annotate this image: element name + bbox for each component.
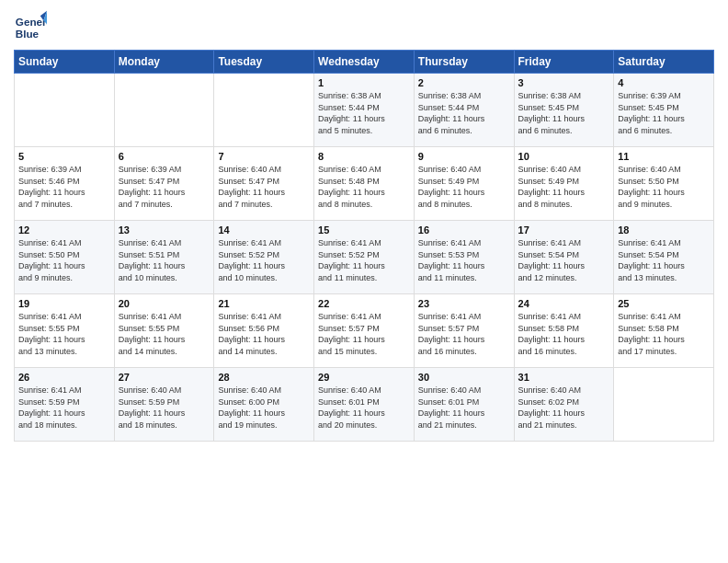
calendar-table: SundayMondayTuesdayWednesdayThursdayFrid…: [14, 50, 714, 442]
logo: General Blue: [14, 9, 47, 42]
day-number: 12: [18, 224, 110, 236]
calendar-cell: 20Sunrise: 6:41 AM Sunset: 5:55 PM Dayli…: [114, 294, 214, 368]
weekday-header-saturday: Saturday: [614, 51, 714, 74]
day-number: 6: [119, 151, 210, 162]
day-number: 8: [318, 151, 410, 162]
calendar-cell: [15, 74, 115, 147]
calendar-cell: 15Sunrise: 6:41 AM Sunset: 5:52 PM Dayli…: [314, 221, 415, 294]
day-number: 19: [18, 298, 110, 309]
weekday-header-row: SundayMondayTuesdayWednesdayThursdayFrid…: [15, 51, 714, 74]
day-info: Sunrise: 6:39 AM Sunset: 5:46 PM Dayligh…: [18, 164, 110, 210]
day-number: 13: [119, 224, 210, 236]
day-number: 17: [518, 224, 610, 236]
calendar-cell: 7Sunrise: 6:40 AM Sunset: 5:47 PM Daylig…: [214, 147, 314, 221]
calendar-cell: 23Sunrise: 6:41 AM Sunset: 5:57 PM Dayli…: [414, 294, 514, 368]
day-info: Sunrise: 6:41 AM Sunset: 5:57 PM Dayligh…: [318, 311, 410, 357]
day-info: Sunrise: 6:40 AM Sunset: 6:02 PM Dayligh…: [518, 385, 610, 431]
day-number: 7: [218, 151, 310, 162]
day-number: 23: [418, 298, 510, 309]
day-info: Sunrise: 6:39 AM Sunset: 5:47 PM Dayligh…: [119, 164, 210, 210]
calendar-cell: 11Sunrise: 6:40 AM Sunset: 5:50 PM Dayli…: [614, 147, 714, 221]
calendar-cell: 22Sunrise: 6:41 AM Sunset: 5:57 PM Dayli…: [314, 294, 415, 368]
day-info: Sunrise: 6:38 AM Sunset: 5:45 PM Dayligh…: [518, 90, 610, 136]
day-info: Sunrise: 6:38 AM Sunset: 5:44 PM Dayligh…: [318, 90, 410, 136]
day-info: Sunrise: 6:41 AM Sunset: 5:50 PM Dayligh…: [18, 237, 110, 283]
day-info: Sunrise: 6:41 AM Sunset: 5:56 PM Dayligh…: [218, 311, 310, 357]
day-info: Sunrise: 6:41 AM Sunset: 5:54 PM Dayligh…: [518, 237, 610, 283]
calendar-cell: 9Sunrise: 6:40 AM Sunset: 5:49 PM Daylig…: [414, 147, 514, 221]
day-info: Sunrise: 6:41 AM Sunset: 5:52 PM Dayligh…: [318, 237, 410, 283]
calendar-cell: 25Sunrise: 6:41 AM Sunset: 5:58 PM Dayli…: [614, 294, 714, 368]
day-info: Sunrise: 6:40 AM Sunset: 6:00 PM Dayligh…: [218, 385, 310, 431]
calendar-cell: [614, 368, 714, 442]
calendar-cell: 13Sunrise: 6:41 AM Sunset: 5:51 PM Dayli…: [114, 221, 214, 294]
day-info: Sunrise: 6:41 AM Sunset: 5:54 PM Dayligh…: [618, 237, 710, 283]
weekday-header-friday: Friday: [514, 51, 614, 74]
day-number: 20: [119, 298, 210, 309]
calendar-cell: 12Sunrise: 6:41 AM Sunset: 5:50 PM Dayli…: [15, 221, 115, 294]
day-info: Sunrise: 6:40 AM Sunset: 5:49 PM Dayligh…: [518, 164, 610, 210]
day-info: Sunrise: 6:40 AM Sunset: 5:47 PM Dayligh…: [218, 164, 310, 210]
week-row-1: 1Sunrise: 6:38 AM Sunset: 5:44 PM Daylig…: [15, 74, 714, 147]
day-number: 16: [418, 224, 510, 236]
day-number: 26: [18, 372, 110, 383]
day-info: Sunrise: 6:41 AM Sunset: 5:58 PM Dayligh…: [618, 311, 710, 357]
calendar-cell: 24Sunrise: 6:41 AM Sunset: 5:58 PM Dayli…: [514, 294, 614, 368]
calendar-cell: [214, 74, 314, 147]
day-info: Sunrise: 6:41 AM Sunset: 5:55 PM Dayligh…: [18, 311, 110, 357]
day-number: 1: [318, 77, 410, 88]
calendar-cell: [114, 74, 214, 147]
day-info: Sunrise: 6:41 AM Sunset: 5:55 PM Dayligh…: [119, 311, 210, 357]
week-row-5: 26Sunrise: 6:41 AM Sunset: 5:59 PM Dayli…: [15, 368, 714, 442]
calendar-cell: 14Sunrise: 6:41 AM Sunset: 5:52 PM Dayli…: [214, 221, 314, 294]
day-info: Sunrise: 6:40 AM Sunset: 5:49 PM Dayligh…: [418, 164, 510, 210]
day-info: Sunrise: 6:38 AM Sunset: 5:44 PM Dayligh…: [418, 90, 510, 136]
calendar-cell: 29Sunrise: 6:40 AM Sunset: 6:01 PM Dayli…: [314, 368, 415, 442]
calendar-cell: 27Sunrise: 6:40 AM Sunset: 5:59 PM Dayli…: [114, 368, 214, 442]
calendar-cell: 1Sunrise: 6:38 AM Sunset: 5:44 PM Daylig…: [314, 74, 415, 147]
weekday-header-tuesday: Tuesday: [214, 51, 314, 74]
day-info: Sunrise: 6:41 AM Sunset: 5:57 PM Dayligh…: [418, 311, 510, 357]
weekday-header-thursday: Thursday: [414, 51, 514, 74]
calendar-cell: 21Sunrise: 6:41 AM Sunset: 5:56 PM Dayli…: [214, 294, 314, 368]
calendar-cell: 16Sunrise: 6:41 AM Sunset: 5:53 PM Dayli…: [414, 221, 514, 294]
day-info: Sunrise: 6:41 AM Sunset: 5:58 PM Dayligh…: [518, 311, 610, 357]
day-info: Sunrise: 6:40 AM Sunset: 5:48 PM Dayligh…: [318, 164, 410, 210]
day-number: 9: [418, 151, 510, 162]
calendar-cell: 5Sunrise: 6:39 AM Sunset: 5:46 PM Daylig…: [15, 147, 115, 221]
day-info: Sunrise: 6:41 AM Sunset: 5:52 PM Dayligh…: [218, 237, 310, 283]
calendar-cell: 3Sunrise: 6:38 AM Sunset: 5:45 PM Daylig…: [514, 74, 614, 147]
calendar-cell: 10Sunrise: 6:40 AM Sunset: 5:49 PM Dayli…: [514, 147, 614, 221]
svg-text:Blue: Blue: [16, 28, 40, 40]
day-number: 24: [518, 298, 610, 309]
day-number: 2: [418, 77, 510, 88]
day-number: 14: [218, 224, 310, 236]
day-info: Sunrise: 6:39 AM Sunset: 5:45 PM Dayligh…: [618, 90, 710, 136]
day-info: Sunrise: 6:41 AM Sunset: 5:59 PM Dayligh…: [18, 385, 110, 431]
day-number: 21: [218, 298, 310, 309]
day-info: Sunrise: 6:40 AM Sunset: 6:01 PM Dayligh…: [318, 385, 410, 431]
day-number: 27: [119, 372, 210, 383]
calendar-cell: 30Sunrise: 6:40 AM Sunset: 6:01 PM Dayli…: [414, 368, 514, 442]
day-number: 15: [318, 224, 410, 236]
calendar-cell: 31Sunrise: 6:40 AM Sunset: 6:02 PM Dayli…: [514, 368, 614, 442]
week-row-4: 19Sunrise: 6:41 AM Sunset: 5:55 PM Dayli…: [15, 294, 714, 368]
weekday-header-monday: Monday: [114, 51, 214, 74]
day-info: Sunrise: 6:41 AM Sunset: 5:53 PM Dayligh…: [418, 237, 510, 283]
calendar-cell: 18Sunrise: 6:41 AM Sunset: 5:54 PM Dayli…: [614, 221, 714, 294]
logo-icon: General Blue: [14, 9, 47, 42]
day-number: 29: [318, 372, 410, 383]
day-number: 5: [18, 151, 110, 162]
day-number: 31: [518, 372, 610, 383]
calendar-cell: 8Sunrise: 6:40 AM Sunset: 5:48 PM Daylig…: [314, 147, 415, 221]
weekday-header-sunday: Sunday: [15, 51, 115, 74]
day-info: Sunrise: 6:40 AM Sunset: 6:01 PM Dayligh…: [418, 385, 510, 431]
day-number: 30: [418, 372, 510, 383]
weekday-header-wednesday: Wednesday: [314, 51, 415, 74]
calendar-cell: 17Sunrise: 6:41 AM Sunset: 5:54 PM Dayli…: [514, 221, 614, 294]
day-info: Sunrise: 6:41 AM Sunset: 5:51 PM Dayligh…: [119, 237, 210, 283]
header: General Blue: [14, 9, 714, 42]
calendar-cell: 19Sunrise: 6:41 AM Sunset: 5:55 PM Dayli…: [15, 294, 115, 368]
day-number: 4: [618, 77, 710, 88]
day-number: 28: [218, 372, 310, 383]
